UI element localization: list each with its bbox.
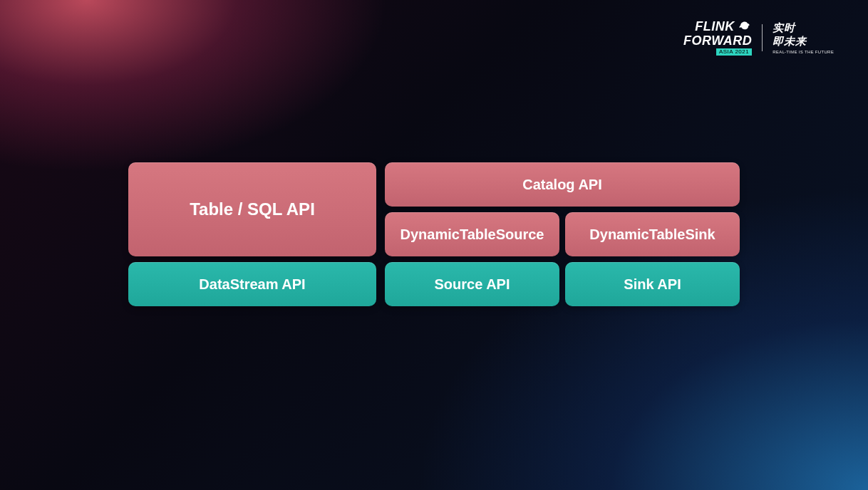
- row-dynamic-table: DynamicTableSource DynamicTableSink: [385, 212, 740, 256]
- logo-line1: FLINK: [695, 19, 735, 33]
- logo-area: FLINK FORWARD ASIA 2021 实时 即未来 REAL-TIME…: [683, 20, 834, 56]
- box-dynamic-table-source: DynamicTableSource: [385, 212, 559, 256]
- squirrel-icon: [738, 20, 752, 34]
- left-column: Table / SQL API DataStream API: [128, 162, 376, 306]
- logo-sub: ASIA 2021: [716, 48, 752, 56]
- logo-divider: [762, 24, 763, 51]
- box-dynamic-table-sink: DynamicTableSink: [565, 212, 740, 256]
- box-source-api: Source API: [385, 262, 559, 306]
- cn-line1: 实时: [773, 21, 795, 35]
- box-catalog-api: Catalog API: [385, 162, 740, 207]
- api-diagram: Table / SQL API DataStream API Catalog A…: [128, 162, 740, 306]
- right-column: Catalog API DynamicTableSource DynamicTa…: [385, 162, 740, 306]
- row-source-sink: Source API Sink API: [385, 262, 740, 306]
- cn-logo: 实时 即未来 REAL-TIME IS THE FUTURE: [773, 21, 834, 54]
- cn-line2: 即未来: [773, 35, 807, 48]
- box-sink-api: Sink API: [565, 262, 740, 306]
- box-table-sql-api: Table / SQL API: [128, 162, 376, 256]
- flink-forward-logo: FLINK FORWARD ASIA 2021: [683, 20, 752, 56]
- box-datastream-api: DataStream API: [128, 262, 376, 306]
- cn-sub: REAL-TIME IS THE FUTURE: [773, 50, 834, 54]
- logo-line2: FORWARD: [683, 34, 752, 47]
